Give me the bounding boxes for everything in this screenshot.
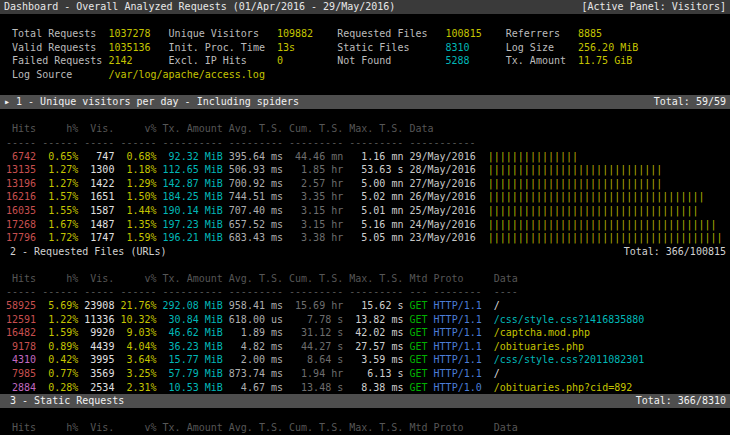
visitor-row[interactable]: 16035 1.55% 1587 1.44% 190.14 MiB 707.40…: [0, 204, 730, 218]
max-ts-cell: 5.16 mn: [343, 219, 403, 230]
panel-header-visitors[interactable]: ▸1 - Unique visitors per day - Including…: [0, 95, 730, 109]
hits-percent-cell: 1.57%: [36, 191, 78, 202]
visitor-row[interactable]: 17268 1.67% 1487 1.35% 197.23 MiB 657.52…: [0, 218, 730, 232]
indent: [0, 42, 12, 53]
summary-row: Failed Requests 2142 Excl. IP Hits 0 Not…: [0, 54, 730, 68]
cum-ts-cell: 3.38 hr: [283, 232, 343, 243]
visitors-percent-cell: 4.04%: [114, 341, 156, 352]
tx-amount-cell: 36.23 MiB: [157, 341, 223, 352]
visitor-row[interactable]: 16216 1.57% 1651 1.50% 184.25 MiB 744.51…: [0, 190, 730, 204]
request-row[interactable]: 4310 0.42% 3995 3.64% 15.77 MiB 2.00 ms …: [0, 353, 730, 367]
visitors-percent-cell: 9.03%: [114, 327, 156, 338]
max-ts-cell: 5.01 mn: [343, 205, 403, 216]
visitors-percent-cell: 1.44%: [114, 205, 156, 216]
header-divider-row: ----- ------ ----- ------ ---------- ---…: [0, 285, 730, 299]
protocol-cell: HTTP/1.1: [428, 300, 482, 311]
visitor-row[interactable]: 6742 0.65% 747 0.68% 92.32 MiB 395.64 ms…: [0, 150, 730, 164]
hits-percent-cell: 0.65%: [36, 151, 78, 162]
hits-cell: 16216: [0, 191, 36, 202]
hits-percent-cell: 1.55%: [36, 205, 78, 216]
tx-amount-cell: 190.14 MiB: [157, 205, 223, 216]
summary-value: 2142: [108, 55, 168, 66]
visitors-cell: 11336: [78, 314, 114, 325]
title-bar: Dashboard - Overall Analyzed Requests (0…: [0, 0, 730, 14]
request-row[interactable]: 2884 0.28% 2534 2.31% 10.53 MiB 4.67 ms …: [0, 381, 730, 395]
method-cell: GET: [403, 300, 427, 311]
cum-ts-cell: 3.35 hr: [283, 191, 343, 202]
protocol-cell: HTTP/1.0: [428, 382, 482, 393]
summary-stats: Total Requests 1037278 Unique Visitors 1…: [0, 27, 730, 81]
tx-amount-cell: 30.84 MiB: [157, 314, 223, 325]
cum-ts-cell: 3.15 hr: [283, 219, 343, 230]
avg-ts-cell: 506.93 ms: [223, 164, 283, 175]
summary-label: Failed Requests: [12, 55, 108, 66]
panel-header-static[interactable]: 3 - Static Requests Total: 366/8310: [0, 394, 730, 408]
request-row[interactable]: 16482 1.59% 9920 9.03% 46.62 MiB 1.89 ms…: [0, 326, 730, 340]
max-ts-cell: 8.38 ms: [343, 382, 403, 393]
visitors-percent-cell: 0.68%: [114, 151, 156, 162]
summary-label: Init. Proc. Time: [169, 42, 277, 53]
column-headers: Hits h% Vis. v% Tx. Amount Avg. T.S. Cum…: [0, 422, 518, 433]
method-cell: GET: [403, 314, 427, 325]
url-cell: /captcha.mod.php: [482, 327, 590, 338]
summary-value: 109882: [277, 28, 337, 39]
hits-cell: 9178: [0, 341, 36, 352]
active-panel-arrow-icon: ▸: [4, 96, 10, 107]
visitors-cell: 1587: [78, 205, 114, 216]
avg-ts-cell: 958.41 ms: [223, 300, 283, 311]
summary-label: Valid Requests: [12, 42, 108, 53]
summary-value: 1035136: [108, 42, 168, 53]
hits-bar: |||||||||||||||||||||||||||||: [476, 164, 663, 175]
visitors-percent-cell: 21.76%: [114, 300, 156, 311]
header-divider-row: ----- ------ ----- ------ ---------- ---…: [0, 136, 730, 150]
hits-cell: 58925: [0, 300, 36, 311]
hits-cell: 2884: [0, 382, 36, 393]
protocol-cell: HTTP/1.1: [428, 327, 482, 338]
hits-cell: 7985: [0, 368, 36, 379]
column-header-row: Hits h% Vis. v% Tx. Amount Avg. T.S. Cum…: [0, 421, 730, 435]
visitors-percent-cell: 1.35%: [114, 219, 156, 230]
summary-label: Referrers: [506, 28, 578, 39]
hits-cell: 13196: [0, 178, 36, 189]
visitors-table: Hits h% Vis. v% Tx. Amount Avg. T.S. Cum…: [0, 122, 730, 244]
max-ts-cell: 6.13 s: [343, 368, 403, 379]
panel-title: 1 - Unique visitors per day - Including …: [16, 96, 299, 107]
hits-bar: ||||||||||||||||||||||||||||||||||||: [476, 191, 705, 202]
request-row[interactable]: 58925 5.69% 23908 21.76% 292.08 MiB 958.…: [0, 299, 730, 313]
hits-bar: |||||||||||||||||||||||||||||||||||: [476, 205, 699, 216]
visitor-row[interactable]: 13196 1.27% 1422 1.29% 142.87 MiB 700.92…: [0, 177, 730, 191]
max-ts-cell: 5.05 mn: [343, 232, 403, 243]
visitor-row[interactable]: 13135 1.27% 1300 1.18% 112.65 MiB 506.93…: [0, 163, 730, 177]
hits-percent-cell: 0.42%: [36, 354, 78, 365]
visitors-cell: 4439: [78, 341, 114, 352]
tx-amount-cell: 46.62 MiB: [157, 327, 223, 338]
panel-header-requests[interactable]: 2 - Requested Files (URLs) Total: 366/10…: [0, 245, 730, 259]
tx-amount-cell: 197.23 MiB: [157, 219, 223, 230]
visitors-cell: 9920: [78, 327, 114, 338]
request-row[interactable]: 9178 0.89% 4439 4.04% 36.23 MiB 4.82 ms …: [0, 340, 730, 354]
requests-table: Hits h% Vis. v% Tx. Amount Avg. T.S. Cum…: [0, 272, 730, 394]
url-cell: /css/style.css?1416835880: [482, 314, 645, 325]
visitor-row[interactable]: 17796 1.72% 1747 1.59% 196.21 MiB 683.43…: [0, 231, 730, 245]
panel-total: Total: 366/100815: [624, 245, 726, 259]
indent: [0, 28, 12, 39]
request-row[interactable]: 7985 0.77% 3569 3.25% 57.79 MiB 873.74 m…: [0, 367, 730, 381]
hits-percent-cell: 1.27%: [36, 178, 78, 189]
tx-amount-cell: 142.87 MiB: [157, 178, 223, 189]
date-cell: 29/May/2016: [403, 151, 475, 162]
panel-total: Total: 59/59: [654, 95, 726, 109]
tx-amount-cell: 196.21 MiB: [157, 232, 223, 243]
url-cell: /obituaries.php?cid=892: [482, 382, 633, 393]
summary-label: Tx. Amount: [506, 55, 578, 66]
max-ts-cell: 1.16 mn: [343, 151, 403, 162]
hits-cell: 4310: [0, 354, 36, 365]
hits-percent-cell: 5.69%: [36, 300, 78, 311]
max-ts-cell: 53.63 s: [343, 164, 403, 175]
hits-cell: 16482: [0, 327, 36, 338]
url-cell: /: [482, 368, 500, 379]
date-cell: 27/May/2016: [403, 178, 475, 189]
hits-bar: ||||||||||||||||||||||||||||||||||||||: [476, 219, 717, 230]
request-row[interactable]: 12591 1.22% 11336 10.32% 30.84 MiB 618.0…: [0, 313, 730, 327]
avg-ts-cell: 873.74 ms: [223, 368, 283, 379]
summary-label: Static Files: [337, 42, 445, 53]
